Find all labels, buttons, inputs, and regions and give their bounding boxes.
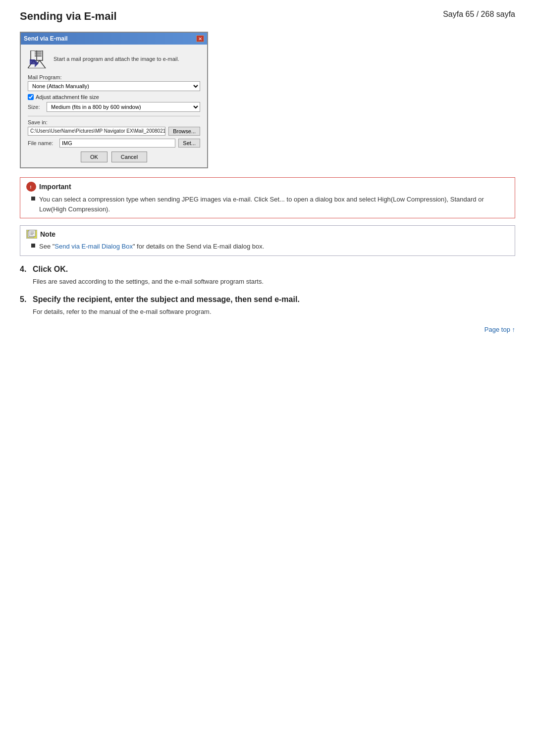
note-header: Note bbox=[26, 230, 509, 239]
page-header: Sending via E-mail Sayfa 65 / 268 sayfa bbox=[20, 10, 515, 23]
svg-rect-3 bbox=[35, 55, 42, 56]
step-4-body: Files are saved according to the setting… bbox=[33, 277, 515, 287]
important-text: You can select a compression type when s… bbox=[39, 195, 509, 214]
filename-label: File name: bbox=[28, 140, 56, 146]
step-5-body: For details, refer to the manual of the … bbox=[33, 307, 515, 317]
important-header: ! Important bbox=[26, 182, 509, 192]
note-prefix: See " bbox=[39, 243, 54, 250]
savein-label: Save in: bbox=[28, 119, 200, 125]
dialog-title: Send via E-mail bbox=[24, 35, 68, 42]
important-icon: ! bbox=[26, 182, 36, 192]
dialog-close-button[interactable]: ✕ bbox=[196, 35, 204, 42]
note-icon bbox=[26, 230, 37, 239]
step-5-header: 5. Specify the recipient, enter the subj… bbox=[20, 295, 515, 304]
filename-row: File name: Set... bbox=[28, 139, 200, 148]
adjust-checkbox-row: Adjust attachment file size bbox=[28, 94, 200, 100]
page-title: Sending via E-mail bbox=[20, 10, 117, 23]
size-select[interactable]: Medium (fits in a 800 by 600 window) bbox=[47, 102, 200, 112]
mail-program-select[interactable]: None (Attach Manually) bbox=[28, 81, 200, 91]
svg-text:!: ! bbox=[30, 185, 32, 190]
note-title: Note bbox=[40, 230, 55, 238]
page-top-link[interactable]: Page top ↑ bbox=[20, 326, 515, 333]
svg-rect-2 bbox=[35, 53, 42, 54]
dialog-body: Start a mail program and attach the imag… bbox=[21, 45, 207, 167]
step-4-title: Click OK. bbox=[33, 265, 68, 274]
bullet-icon bbox=[31, 244, 35, 248]
note-suffix: " for details on the Send via E-mail dia… bbox=[133, 243, 264, 250]
size-row: Size: Medium (fits in a 800 by 600 windo… bbox=[28, 102, 200, 112]
step-5-title: Specify the recipient, enter the subject… bbox=[33, 295, 300, 304]
dialog-button-row: OK Cancel bbox=[28, 151, 200, 162]
mail-program-group: Mail Program: None (Attach Manually) bbox=[28, 74, 200, 91]
mail-program-label: Mail Program: bbox=[28, 74, 200, 80]
adjust-checkbox-label: Adjust attachment file size bbox=[36, 94, 99, 100]
ok-button[interactable]: OK bbox=[81, 151, 107, 162]
send-email-dialog: Send via E-mail ✕ Start a mail program a… bbox=[20, 32, 208, 168]
svg-rect-1 bbox=[35, 51, 42, 52]
dialog-container: Send via E-mail ✕ Start a mail program a… bbox=[20, 32, 515, 168]
savein-row: C:\Users\UserName\Pictures\MP Navigator … bbox=[28, 127, 200, 136]
important-bullet: You can select a compression type when s… bbox=[31, 195, 509, 214]
step-5-number: 5. bbox=[20, 295, 29, 304]
step-4: 4. Click OK. Files are saved according t… bbox=[20, 265, 515, 287]
dialog-titlebar: Send via E-mail ✕ bbox=[21, 33, 207, 45]
set-button[interactable]: Set... bbox=[178, 139, 200, 148]
note-text: See "Send via E-mail Dialog Box" for det… bbox=[39, 242, 264, 252]
note-bullet: See "Send via E-mail Dialog Box" for det… bbox=[31, 242, 509, 252]
note-link[interactable]: Send via E-mail Dialog Box bbox=[54, 243, 133, 250]
important-title: Important bbox=[39, 183, 71, 191]
important-box: ! Important You can select a compression… bbox=[20, 177, 515, 218]
savein-path: C:\Users\UserName\Pictures\MP Navigator … bbox=[28, 127, 165, 136]
note-box: Note See "Send via E-mail Dialog Box" fo… bbox=[20, 225, 515, 256]
browse-button[interactable]: Browse... bbox=[168, 127, 200, 136]
dialog-divider bbox=[28, 116, 200, 116]
email-icon bbox=[28, 50, 49, 68]
page-number: Sayfa 65 / 268 sayfa bbox=[443, 10, 515, 19]
bullet-icon bbox=[31, 197, 35, 201]
note-content: See "Send via E-mail Dialog Box" for det… bbox=[26, 242, 509, 252]
dialog-description: Start a mail program and attach the imag… bbox=[54, 55, 179, 63]
step-4-header: 4. Click OK. bbox=[20, 265, 515, 274]
cancel-button[interactable]: Cancel bbox=[111, 151, 147, 162]
important-content: You can select a compression type when s… bbox=[26, 195, 509, 214]
filename-input[interactable] bbox=[59, 139, 175, 148]
dialog-icon-row: Start a mail program and attach the imag… bbox=[28, 50, 200, 68]
step-4-number: 4. bbox=[20, 265, 29, 274]
adjust-checkbox[interactable] bbox=[28, 94, 34, 100]
step-5: 5. Specify the recipient, enter the subj… bbox=[20, 295, 515, 317]
size-label: Size: bbox=[28, 104, 43, 110]
